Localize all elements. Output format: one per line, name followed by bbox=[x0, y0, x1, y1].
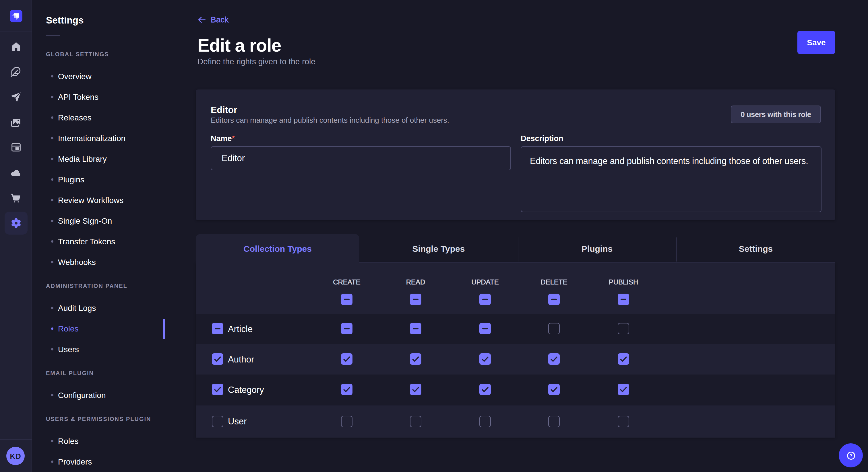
svg-text:?: ? bbox=[849, 453, 852, 458]
